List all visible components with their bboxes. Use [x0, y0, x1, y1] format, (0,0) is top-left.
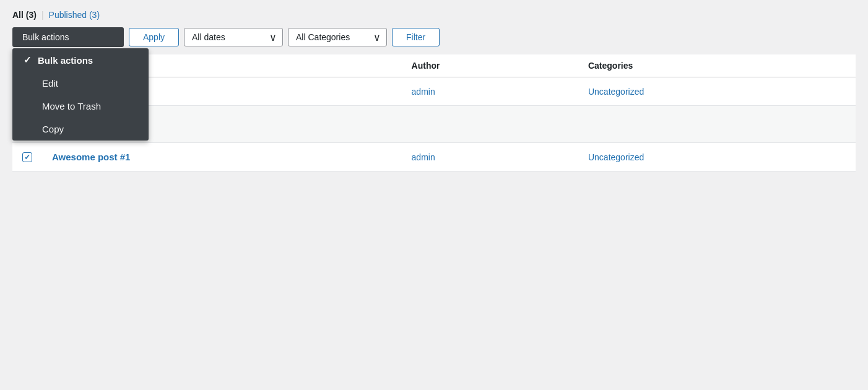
empty-categories-cell — [578, 106, 856, 143]
menu-item-label: Move to Trash — [42, 101, 101, 111]
th-spacer — [222, 54, 401, 77]
bulk-actions-menu: ✓ Bulk actions Edit Move to Trash Copy — [12, 48, 149, 141]
dates-select[interactable]: All dates — [184, 28, 283, 46]
menu-item-label: Copy — [42, 124, 64, 134]
published-count: (3) — [89, 10, 100, 20]
menu-item-label: Edit — [42, 78, 58, 89]
row-checkbox-cell — [12, 143, 42, 171]
category-link[interactable]: Uncategorized — [588, 87, 644, 97]
bulk-actions-selected-label: Bulk actions — [22, 32, 69, 42]
all-label: All (3) — [12, 10, 37, 20]
categories-select[interactable]: All Categories — [288, 28, 387, 46]
dates-select-wrapper: All dates — [184, 28, 283, 46]
th-categories: Categories — [578, 54, 856, 77]
categories-cell: Uncategorized — [578, 77, 856, 106]
published-label: Published — [49, 10, 87, 20]
all-count: (3) — [26, 10, 37, 20]
author-link[interactable]: admin — [412, 87, 435, 97]
categories-select-wrapper: All Categories — [288, 28, 387, 46]
published-filter-link[interactable]: Published (3) — [49, 10, 100, 20]
menu-item-label: Bulk actions — [38, 55, 93, 66]
bulk-actions-menu-item-bulk-actions[interactable]: ✓ Bulk actions — [12, 48, 149, 72]
th-author: Author — [402, 54, 578, 77]
checkmark-icon: ✓ — [24, 54, 32, 66]
apply-button[interactable]: Apply — [129, 28, 179, 46]
post-title-cell: Awesome post #1 — [42, 143, 402, 171]
bulk-actions-dropdown-wrapper: Bulk actions ✓ Bulk actions Edit Move to… — [12, 27, 124, 47]
table-row: Awesome post #1 admin Uncategorized — [12, 143, 856, 171]
separator: | — [41, 10, 44, 20]
post-title-link[interactable]: Awesome post #1 — [52, 152, 130, 162]
bulk-actions-menu-item-trash[interactable]: Move to Trash — [12, 95, 149, 118]
bulk-actions-button[interactable]: Bulk actions — [12, 27, 124, 47]
bulk-actions-menu-item-copy[interactable]: Copy — [12, 118, 149, 141]
all-text: All — [12, 10, 24, 20]
row-checkbox[interactable] — [22, 152, 32, 162]
empty-author-cell — [402, 106, 578, 143]
status-bar: All (3) | Published (3) — [12, 10, 856, 20]
categories-cell: Uncategorized — [578, 143, 856, 171]
filter-button[interactable]: Filter — [392, 28, 440, 46]
author-link[interactable]: admin — [412, 152, 435, 162]
author-cell: admin — [402, 77, 578, 106]
toolbar: Bulk actions ✓ Bulk actions Edit Move to… — [12, 27, 856, 47]
page-wrapper: All (3) | Published (3) Bulk actions ✓ B… — [0, 0, 868, 390]
author-cell: admin — [402, 143, 578, 171]
category-link[interactable]: Uncategorized — [588, 152, 644, 162]
bulk-actions-menu-item-edit[interactable]: Edit — [12, 72, 149, 95]
